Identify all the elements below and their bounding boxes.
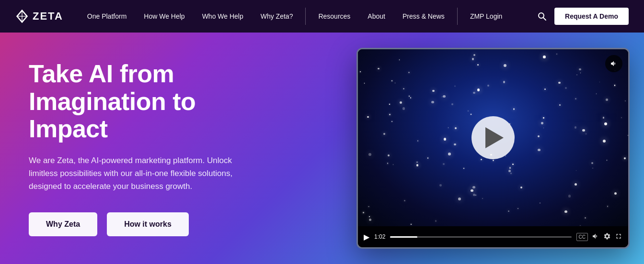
nav-item-why-zeta[interactable]: Why Zeta? xyxy=(252,0,302,33)
nav-divider-1 xyxy=(305,8,306,25)
request-demo-button[interactable]: Request A Demo xyxy=(554,8,629,25)
video-ctrl-icons: CC xyxy=(576,232,622,242)
video-time: 1:02 xyxy=(374,233,385,240)
hero-content: Take AI from Imagination to Impact We ar… xyxy=(0,41,288,255)
fullscreen-icon xyxy=(615,232,622,240)
hero-subtitle: We are Zeta, the AI-powered marketing pl… xyxy=(29,154,259,193)
play-button[interactable] xyxy=(472,116,515,159)
hero-title: Take AI from Imagination to Impact xyxy=(29,60,259,143)
nav-right: Request A Demo xyxy=(533,8,629,25)
nav-item-resources[interactable]: Resources xyxy=(310,0,359,33)
video-player: ▶ 1:02 CC xyxy=(356,48,630,249)
how-it-works-button[interactable]: How it works xyxy=(107,212,189,236)
volume-icon xyxy=(592,232,599,240)
nav-divider-2 xyxy=(457,8,458,25)
nav-item-zmp-login[interactable]: ZMP Login xyxy=(461,0,511,33)
mute-icon xyxy=(610,60,618,67)
nav-item-who-we-help[interactable]: Who We Help xyxy=(194,0,252,33)
nav-item-one-platform[interactable]: One Platform xyxy=(79,0,135,33)
nav-main: One Platform How We Help Who We Help Why… xyxy=(79,0,533,33)
hero-buttons: Why Zeta How it works xyxy=(29,212,259,236)
volume-button[interactable] xyxy=(592,232,599,242)
logo-text: ZETA xyxy=(33,10,63,22)
svg-line-3 xyxy=(543,18,546,20)
cc-button[interactable]: CC xyxy=(576,233,588,241)
search-button[interactable] xyxy=(533,8,551,25)
video-controls: ▶ 1:02 CC xyxy=(358,226,628,247)
settings-button[interactable] xyxy=(603,232,611,242)
nav-item-how-we-help[interactable]: How We Help xyxy=(135,0,193,33)
settings-icon xyxy=(603,232,611,240)
why-zeta-button[interactable]: Why Zeta xyxy=(29,212,97,236)
logo[interactable]: ZETA xyxy=(15,10,63,23)
hero-section: Take AI from Imagination to Impact We ar… xyxy=(0,33,644,264)
nav-item-press-news[interactable]: Press & News xyxy=(394,0,453,33)
mute-button[interactable] xyxy=(605,55,622,72)
video-screen xyxy=(358,49,628,226)
nav-item-about[interactable]: About xyxy=(359,0,394,33)
video-play-button[interactable]: ▶ xyxy=(364,232,369,242)
video-progress-bar[interactable] xyxy=(390,236,571,238)
navbar: ZETA One Platform How We Help Who We Hel… xyxy=(0,0,644,33)
video-progress-fill xyxy=(390,236,417,238)
fullscreen-button[interactable] xyxy=(615,232,622,242)
play-triangle-icon xyxy=(485,127,504,148)
search-icon xyxy=(537,11,547,21)
